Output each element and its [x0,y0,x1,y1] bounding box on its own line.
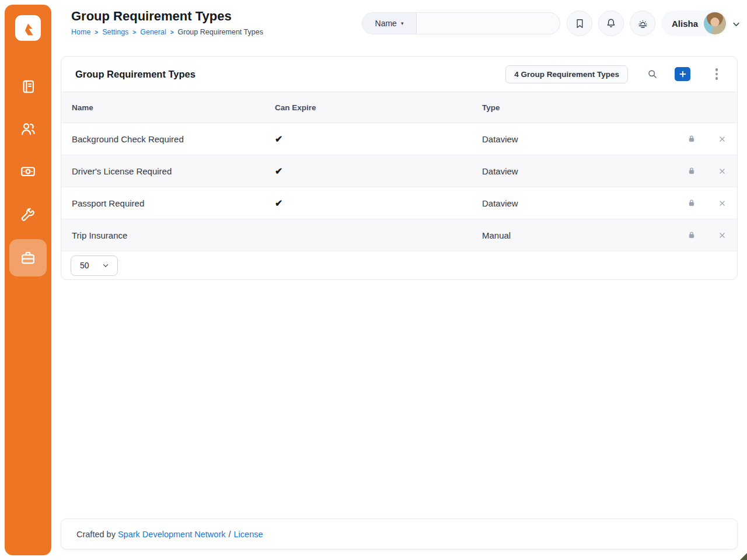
close-icon [718,232,726,239]
delete-button[interactable] [707,135,737,143]
footer-separator: / [229,530,231,539]
cell-type: Manual [482,230,676,240]
grid-search-button[interactable] [641,68,664,80]
delete-button[interactable] [707,232,737,239]
panel-header: Group Requirement Types 4 Group Requirem… [61,57,737,92]
breadcrumb: Home > Settings > General > Group Requir… [71,28,263,36]
user-name: Alisha [672,19,698,29]
lock-icon [687,166,696,176]
table-header: Name Can Expire Type [61,92,737,123]
sidebar-item-money[interactable] [9,153,47,190]
sidebar-item-work[interactable] [9,239,47,276]
search-filter-dropdown[interactable]: Name ▾ [362,13,417,34]
table-row[interactable]: Trip Insurance Manual [61,219,737,251]
cell-can-expire: ✔ [275,166,482,177]
global-search: Name ▾ [362,12,560,34]
add-button[interactable] [675,67,690,81]
wrench-icon [20,206,36,223]
sidebar-item-journal[interactable] [9,68,47,105]
breadcrumb-settings[interactable]: Settings [102,28,128,36]
caret-down-icon: ▾ [401,20,404,26]
user-menu-chevron[interactable] [731,19,741,32]
cell-can-expire: ✔ [275,198,482,209]
search-input[interactable] [417,13,560,34]
page-size-value: 50 [80,261,89,270]
close-icon [718,167,726,175]
delete-button[interactable] [707,200,737,207]
bookmark-icon [574,18,585,29]
user-menu[interactable]: Alisha [661,10,728,36]
corner-mark [740,553,747,560]
table-row[interactable]: Passport Required ✔ Dataview [61,187,737,219]
page-title: Group Requirement Types [71,9,232,24]
people-icon [20,121,36,137]
table-body: Background Check Required ✔ Dataview Dri… [61,123,737,251]
briefcase-icon [20,250,36,266]
security-button[interactable] [676,230,707,240]
search-icon [647,68,658,80]
grid-options-button[interactable] [708,66,725,82]
sidebar-item-tools[interactable] [9,196,47,233]
cell-can-expire: ✔ [275,134,482,145]
journal-icon [20,79,36,94]
lock-icon [687,230,696,240]
sidebar [5,5,51,555]
cell-type: Dataview [482,134,676,144]
cell-type: Dataview [482,198,676,208]
close-icon [718,200,726,207]
security-button[interactable] [676,166,707,176]
site-footer: Crafted by Spark Development Network / L… [61,519,738,550]
breadcrumb-home[interactable]: Home [71,28,90,36]
cell-name: Driver's License Required [61,166,275,176]
cell-name: Background Check Required [61,134,275,144]
breadcrumb-current: Group Requirement Types [178,28,263,36]
kebab-icon [715,68,718,71]
theme-button[interactable] [630,10,655,36]
delete-button[interactable] [707,167,737,175]
footer-link-license[interactable]: License [234,530,263,539]
table-row[interactable]: Driver's License Required ✔ Dataview [61,155,737,187]
cell-name: Passport Required [61,198,275,208]
group-requirement-types-panel: Group Requirement Types 4 Group Requirem… [61,56,738,280]
count-badge[interactable]: 4 Group Requirement Types [505,65,628,83]
rock-logo[interactable] [15,15,41,41]
avatar [704,12,726,34]
notifications-button[interactable] [598,10,624,36]
chevron-down-icon [102,261,110,270]
search-filter-label: Name [375,19,397,28]
chevron-down-icon [731,19,741,29]
money-icon [20,163,36,180]
breadcrumb-separator: > [132,29,136,36]
cell-name: Trip Insurance [61,230,275,240]
column-header-type[interactable]: Type [482,103,676,112]
security-button[interactable] [676,134,707,144]
close-icon [718,135,726,143]
lock-icon [687,134,696,144]
sidebar-item-people[interactable] [9,110,47,148]
page-size-select[interactable]: 50 [71,256,118,276]
bookmarks-button[interactable] [567,10,592,36]
column-header-can-expire[interactable]: Can Expire [275,103,482,112]
table-row[interactable]: Background Check Required ✔ Dataview [61,123,737,155]
breadcrumb-general[interactable]: General [140,28,166,36]
security-button[interactable] [676,198,707,208]
plus-icon [679,70,687,78]
bell-icon [605,18,617,29]
breadcrumb-separator: > [95,29,98,36]
grid-footer: 50 [61,251,737,279]
sunrise-icon [637,18,649,30]
lock-icon [687,198,696,208]
panel-title: Group Requirement Types [75,69,505,80]
footer-link-spark[interactable]: Spark Development Network [118,530,226,539]
breadcrumb-separator: > [170,29,174,36]
rock-logo-icon [19,19,37,37]
column-header-name[interactable]: Name [61,103,275,112]
cell-type: Dataview [482,166,676,176]
footer-prefix: Crafted by [76,530,116,539]
